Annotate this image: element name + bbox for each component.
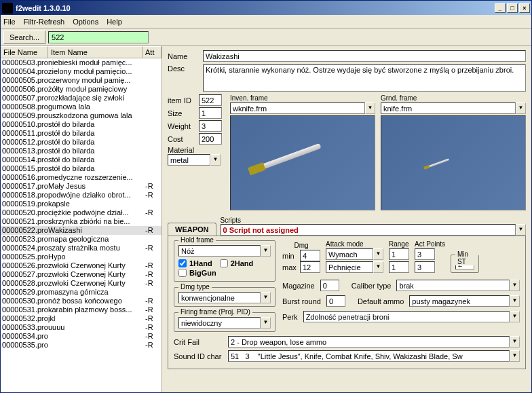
range1-input[interactable] [389,248,409,260]
label-inven-frame: Inven. frame [230,94,375,102]
menubar: File Filtr-Refresh Options Help [1,15,531,29]
magazine-input[interactable] [320,280,339,291]
search-input[interactable] [48,31,149,43]
table-row[interactable]: 00000506.prożółty moduł pamięciowy [1,85,162,94]
weight-input[interactable] [199,120,222,132]
critfail-select[interactable] [228,336,510,348]
table-row[interactable]: 00000533.prouuuu-R [1,323,162,332]
table-row[interactable]: 00000535.pro-R [1,341,162,350]
label-weight: Weight [168,122,199,130]
chevron-down-icon[interactable]: ▼ [510,280,520,291]
table-row[interactable]: 00000526.prozwłoki Czerwonej Kurty-R [1,261,162,270]
tab-weapon[interactable]: WEAPON [168,223,216,236]
table-row[interactable]: 00000507.prorozkładające się zwłoki [1,94,162,102]
chevron-down-icon[interactable]: ▼ [373,261,383,273]
table-row[interactable]: 00000515.prostół do bilarda [1,164,162,173]
table-row[interactable]: 00000530.pronóż bossa końcowego-R [1,297,162,305]
perk-select[interactable] [303,311,510,322]
table-row[interactable]: 00000534.pro-R [1,332,162,341]
col-filename[interactable]: File Name [1,46,48,58]
table-row[interactable]: 00000517.proMały Jesus-R [1,182,162,191]
scripts-select[interactable] [221,224,516,236]
attack1-select[interactable] [326,248,373,260]
table-row[interactable]: 00000514.prostół do bilarda [1,155,162,164]
cost-input[interactable] [199,133,222,145]
table-row[interactable]: 00000528.prozwłoki Czerwonej Kurty-R [1,279,162,288]
table-row[interactable]: 00000519.prokapsle [1,200,162,208]
attack2-select[interactable] [326,261,373,273]
table-row[interactable]: 00000511.prostół do bilarda [1,129,162,138]
ap1-input[interactable] [415,248,435,260]
size-input[interactable] [199,107,222,119]
table-row[interactable]: 00000524.proszaty strażnika mostu-R [1,244,162,252]
menu-options[interactable]: Options [73,18,98,26]
menu-help[interactable]: Help [107,18,122,26]
chevron-down-icon[interactable]: ▼ [261,245,271,257]
holdframe-select[interactable] [178,245,261,257]
table-row[interactable]: 00000525.proHypo [1,252,162,261]
table-row[interactable]: 00000520.prociężkie podwójne dział...-R [1,208,162,217]
chevron-down-icon[interactable]: ▼ [510,311,520,322]
table-row[interactable]: 00000521.proskrzynka zbiórki na bie... [1,217,162,226]
table-row[interactable]: 00000522.proWakizashi-R [1,226,162,235]
chevron-down-icon[interactable]: ▼ [510,295,520,307]
search-button[interactable]: Search... [3,31,45,44]
table-row[interactable]: 00000503.proniebieski moduł pamięc... [1,58,162,67]
dmgtype-select[interactable] [178,292,261,303]
material-select[interactable] [168,154,210,166]
chevron-down-icon[interactable]: ▼ [510,336,520,348]
chevron-down-icon[interactable]: ▼ [510,350,520,362]
burst-input[interactable] [326,295,345,307]
table-row[interactable]: 00000505.proczerwony moduł pamię... [1,76,162,85]
table-row[interactable]: 00000529.promaszyna górnicza [1,288,162,297]
table-row[interactable]: 00000523.promapa geologiczna [1,235,162,244]
label-name: Name [168,52,203,60]
table-row[interactable]: 00000518.propodwójne działko obrot...-R [1,191,162,200]
chevron-down-icon[interactable]: ▼ [373,248,383,260]
table-row[interactable]: 00000509.prouszkodzona gumowa lala [1,111,162,120]
table-row[interactable]: 00000513.prostół do bilarda [1,147,162,155]
biggun-check[interactable]: BigGun [178,269,216,277]
dmg-max-input[interactable] [300,261,320,273]
chevron-down-icon[interactable]: ▼ [516,224,526,236]
onehand-check[interactable]: 1Hand [178,259,212,267]
itemid-input[interactable] [199,94,222,106]
dmg-min-input[interactable] [300,250,320,261]
item-list-pane: File Name Item Name Att 00000503.pronieb… [1,46,162,392]
minimize-button[interactable]: _ [495,3,506,13]
col-att[interactable]: Att [142,46,162,58]
table-row[interactable]: 00000527.prozwłoki Czerwonej Kurty-R [1,270,162,279]
ap2-input[interactable] [415,261,435,273]
desc-input[interactable] [203,64,526,92]
col-itemname[interactable]: Item Name [48,46,142,58]
chevron-down-icon[interactable]: ▼ [261,292,271,303]
soundid-select[interactable] [228,350,510,362]
twohand-check[interactable]: 2Hand [220,259,254,267]
caliber-select[interactable] [396,280,510,291]
table-row[interactable]: 00000531.prokarabin plazmowy boss...-R [1,305,162,314]
chevron-down-icon[interactable]: ▼ [261,317,271,329]
menu-file[interactable]: File [3,18,16,26]
chevron-down-icon[interactable]: ▼ [516,102,526,114]
table-row[interactable]: 00000516.promedyczne rozszerzenie... [1,173,162,182]
defammo-select[interactable] [409,295,510,307]
grnd-frame-select[interactable] [381,102,516,114]
minst-group: Min ST [451,255,479,273]
table-row[interactable]: 00000504.prozielony moduł pamięcio... [1,67,162,76]
maximize-button[interactable]: □ [507,3,518,13]
menu-filtr[interactable]: Filtr-Refresh [24,18,65,26]
name-input[interactable] [203,50,526,62]
table-row[interactable]: 00000512.prostół do bilarda [1,138,162,147]
label-cost: Cost [168,135,199,143]
chevron-down-icon[interactable]: ▼ [210,154,221,166]
table-row[interactable]: 00000508.progumowa lala [1,102,162,111]
chevron-down-icon[interactable]: ▼ [365,102,375,114]
table-row[interactable]: 00000532.projkl-R [1,314,162,323]
close-button[interactable]: × [519,3,530,13]
range2-input[interactable] [389,261,409,273]
table-row[interactable]: 00000510.prostół do bilarda [1,120,162,129]
window-title: f2wedit 1.3.0.10 [16,4,493,12]
inven-frame-select[interactable] [230,102,365,114]
list-body[interactable]: 00000503.proniebieski moduł pamięc...000… [1,58,162,392]
firingframe-select[interactable] [178,317,261,329]
